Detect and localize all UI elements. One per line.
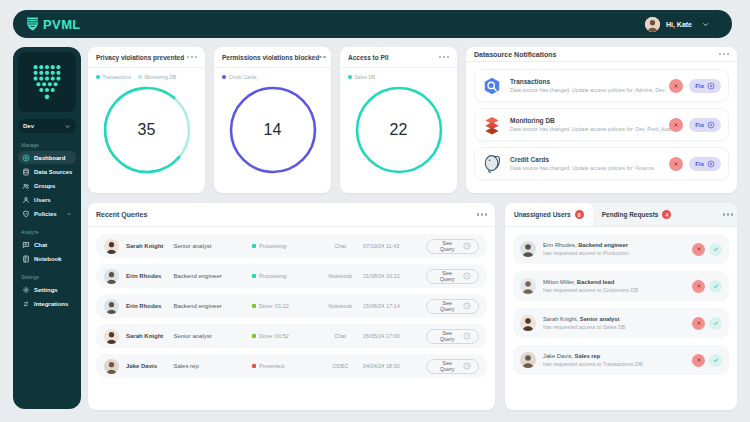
check-icon bbox=[713, 246, 719, 252]
table-row: Erin Rhodes Backend engineer Processing:… bbox=[96, 264, 487, 288]
deny-button[interactable] bbox=[692, 280, 705, 293]
plus-circle-icon bbox=[707, 121, 715, 129]
request-user-name: Jake Davis, bbox=[543, 353, 573, 359]
plus-circle-icon bbox=[707, 160, 715, 168]
chevron-down-icon[interactable] bbox=[701, 20, 710, 29]
tab-unassigned-users[interactable]: Unassigned Users 8 bbox=[505, 203, 593, 226]
sidebar-item-dashboard[interactable]: Dashboard bbox=[18, 151, 76, 164]
status-dot bbox=[252, 334, 256, 338]
fix-label: Fix bbox=[695, 161, 704, 167]
approve-button[interactable] bbox=[709, 243, 722, 256]
status-text: Processing: bbox=[259, 273, 288, 279]
more-menu-icon[interactable] bbox=[319, 56, 322, 59]
arrow-circle-icon bbox=[463, 302, 471, 310]
logo bbox=[18, 52, 76, 112]
chevron-down-icon bbox=[66, 211, 72, 217]
sidebar-item-integrations[interactable]: Integrations bbox=[18, 297, 76, 310]
dismiss-button[interactable] bbox=[669, 79, 683, 93]
environment-selector[interactable]: Dev bbox=[18, 119, 76, 133]
query-channel: Notebook bbox=[318, 303, 363, 309]
deny-button[interactable] bbox=[692, 317, 705, 330]
datasource-notifications-panel: Datasource Notifications Transactions Da… bbox=[466, 47, 737, 193]
avatar bbox=[104, 359, 119, 374]
see-query-button[interactable]: See Query bbox=[426, 239, 479, 254]
top-bar: PVML Hi, Kate bbox=[13, 10, 732, 38]
fix-button[interactable]: Fix bbox=[689, 157, 721, 171]
sidebar-item-chat[interactable]: Chat bbox=[18, 238, 76, 251]
deny-button[interactable] bbox=[692, 243, 705, 256]
fix-button[interactable]: Fix bbox=[689, 79, 721, 93]
approve-button[interactable] bbox=[709, 317, 722, 330]
see-query-button[interactable]: See Query bbox=[426, 359, 479, 374]
status-dot bbox=[252, 364, 256, 368]
card-title: Permissions violations blocked bbox=[222, 54, 319, 61]
user-menu[interactable]: Hi, Kate bbox=[645, 17, 692, 32]
avatar bbox=[520, 241, 536, 257]
sidebar-item-data-sources[interactable]: Data Sources bbox=[18, 165, 76, 178]
brand-name: PVML bbox=[43, 17, 81, 32]
donut-chart: 14 bbox=[225, 82, 321, 178]
check-icon bbox=[713, 320, 719, 326]
groups-icon bbox=[22, 182, 30, 190]
request-user-role: Sales rep bbox=[575, 353, 601, 359]
integrations-icon bbox=[22, 300, 30, 308]
gear-icon bbox=[22, 286, 30, 294]
plus-circle-icon bbox=[707, 82, 715, 90]
query-status: Processing: bbox=[252, 273, 317, 279]
more-menu-icon[interactable] bbox=[191, 56, 194, 59]
avatar bbox=[520, 278, 536, 294]
environment-value: Dev bbox=[23, 123, 34, 129]
request-description: has requested access to Sales DB bbox=[543, 324, 692, 330]
list-item: Sarah Knight, Senior analyst has request… bbox=[513, 308, 729, 338]
query-datetime: 21/08/24 10:22 bbox=[363, 273, 426, 279]
query-status: Processing: bbox=[252, 243, 317, 249]
request-user-role: Backend engineer bbox=[578, 242, 628, 248]
see-query-button[interactable]: See Query bbox=[426, 299, 479, 314]
requests-panel: Unassigned Users 8 Pending Requests 4 Er… bbox=[505, 203, 737, 410]
table-row: Sarah Knight Senior analyst Processing: … bbox=[96, 234, 487, 258]
more-menu-icon[interactable] bbox=[727, 213, 730, 216]
card-title: Privacy violations prevented bbox=[96, 54, 184, 61]
approve-button[interactable] bbox=[709, 280, 722, 293]
status-text: Done: 00:52 bbox=[259, 333, 289, 339]
table-row: Jake Davis Sales rep Prevented ODBC 04/0… bbox=[96, 354, 487, 378]
query-user-role: Backend engineer bbox=[173, 273, 252, 279]
legend: Credit Cards bbox=[214, 68, 331, 80]
legend-dot bbox=[222, 75, 226, 79]
sidebar-item-settings[interactable]: Settings bbox=[18, 283, 76, 296]
query-user-name: Jake Davis bbox=[126, 363, 173, 369]
query-user-role: Sales rep bbox=[173, 363, 252, 369]
approve-button[interactable] bbox=[709, 354, 722, 367]
user-greeting: Hi, Kate bbox=[666, 21, 692, 28]
status-dot bbox=[252, 304, 256, 308]
see-query-label: See Query bbox=[434, 300, 460, 312]
x-icon bbox=[673, 122, 679, 128]
avatar bbox=[104, 329, 119, 344]
chevron-down-icon bbox=[64, 123, 71, 130]
avatar bbox=[520, 352, 536, 368]
dismiss-button[interactable] bbox=[669, 157, 683, 171]
fix-button[interactable]: Fix bbox=[689, 118, 721, 132]
sidebar-item-users[interactable]: Users bbox=[18, 193, 76, 206]
query-status: Prevented bbox=[252, 363, 317, 369]
dismiss-button[interactable] bbox=[669, 118, 683, 132]
table-row: Sarah Knight Senior analyst Done: 00:52 … bbox=[96, 324, 487, 348]
see-query-button[interactable]: See Query bbox=[426, 329, 479, 344]
sidebar-item-notebook[interactable]: Notebook bbox=[18, 252, 76, 265]
more-menu-icon[interactable] bbox=[481, 213, 484, 216]
more-menu-icon[interactable] bbox=[723, 53, 726, 56]
sidebar-item-policies[interactable]: Policies bbox=[18, 207, 76, 220]
x-icon bbox=[696, 357, 702, 363]
sidebar-item-groups[interactable]: Groups bbox=[18, 179, 76, 192]
datasource-notification-row: Credit Cards Data source has changed. Up… bbox=[474, 147, 729, 180]
query-datetime: 04/04/24 18:30 bbox=[363, 363, 426, 369]
request-description: has requested access to Customers DB bbox=[543, 287, 692, 293]
see-query-label: See Query bbox=[434, 270, 460, 282]
section-label-manage: Manage bbox=[21, 142, 76, 148]
deny-button[interactable] bbox=[692, 354, 705, 367]
more-menu-icon[interactable] bbox=[443, 56, 446, 59]
see-query-button[interactable]: See Query bbox=[426, 269, 479, 284]
postgresql-icon bbox=[482, 154, 502, 174]
datasource-description: Data source has changed. Update access p… bbox=[510, 126, 669, 132]
tab-pending-requests[interactable]: Pending Requests 4 bbox=[593, 203, 681, 226]
